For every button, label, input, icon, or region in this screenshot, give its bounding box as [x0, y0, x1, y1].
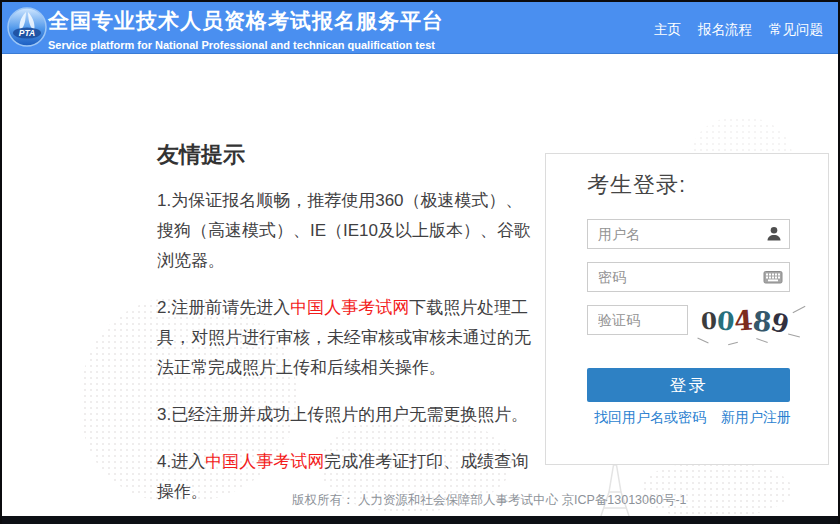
tip-1-text: 1.为保证报名顺畅，推荐使用360（极速模式）、搜狗（高速模式）、IE（IE10…	[157, 191, 531, 270]
keyboard-icon	[763, 270, 783, 285]
login-panel: 考生登录:	[545, 153, 829, 465]
captcha-noise	[793, 306, 806, 313]
password-field	[587, 262, 790, 292]
tip-2-text: 2.注册前请先进入	[157, 298, 290, 317]
username-input[interactable]	[587, 219, 790, 249]
nav-registration-process[interactable]: 报名流程	[698, 21, 752, 39]
login-button[interactable]: 登录	[587, 368, 790, 402]
nav-faq[interactable]: 常见问题	[769, 21, 823, 39]
username-field	[587, 219, 790, 249]
header-bar: PTA 全国专业技术人员资格考试报名服务平台 Service platform …	[2, 2, 838, 54]
tips-section: 友情提示 1.为保证报名顺畅，推荐使用360（极速模式）、搜狗（高速模式）、IE…	[157, 140, 535, 524]
tip-3-text: 3.已经注册并成功上传照片的用户无需更换照片。	[157, 405, 528, 424]
map-watermark	[642, 462, 792, 518]
logo-text: PTA	[19, 28, 35, 38]
forgot-credentials-link[interactable]: 找回用户名或密码	[594, 409, 706, 427]
tip-2: 2.注册前请先进入中国人事考试网下载照片处理工具，对照片进行审核，未经审核或审核…	[157, 293, 535, 383]
top-nav: 主页 报名流程 常见问题	[654, 21, 823, 39]
tips-heading: 友情提示	[157, 140, 535, 170]
register-link[interactable]: 新用户注册	[721, 409, 791, 427]
captcha-noise	[788, 334, 800, 338]
copyright-text: 版权所有： 人力资源和社会保障部人事考试中心 京ICP备13013060号-1	[292, 492, 687, 509]
login-title: 考生登录:	[587, 170, 686, 200]
header-titles: 全国专业技术人员资格考试报名服务平台 Service platform for …	[48, 7, 444, 51]
password-input[interactable]	[587, 262, 790, 292]
tip-4-text: 4.进入	[157, 452, 205, 471]
captcha-image[interactable]: 00489	[698, 300, 800, 342]
nav-home[interactable]: 主页	[654, 21, 681, 39]
tip-4-china-personnel-exam-link[interactable]: 中国人事考试网	[205, 452, 324, 471]
user-icon	[765, 225, 783, 243]
pta-logo-icon: PTA	[7, 7, 47, 47]
captcha-input[interactable]	[587, 305, 688, 335]
captcha-field	[587, 305, 688, 335]
captcha-digits: 00489	[701, 314, 789, 333]
tip-3: 3.已经注册并成功上传照片的用户无需更换照片。	[157, 400, 535, 430]
page: PTA 全国专业技术人员资格考试报名服务平台 Service platform …	[0, 0, 840, 524]
login-links: 找回用户名或密码 新用户注册	[594, 409, 791, 427]
tip-1: 1.为保证报名顺畅，推荐使用360（极速模式）、搜狗（高速模式）、IE（IE10…	[157, 186, 535, 276]
bottom-bar	[0, 516, 840, 524]
tip-2-china-personnel-exam-link[interactable]: 中国人事考试网	[290, 298, 409, 317]
page-subtitle: Service platform for National Profession…	[48, 39, 444, 51]
page-title: 全国专业技术人员资格考试报名服务平台	[48, 7, 444, 35]
